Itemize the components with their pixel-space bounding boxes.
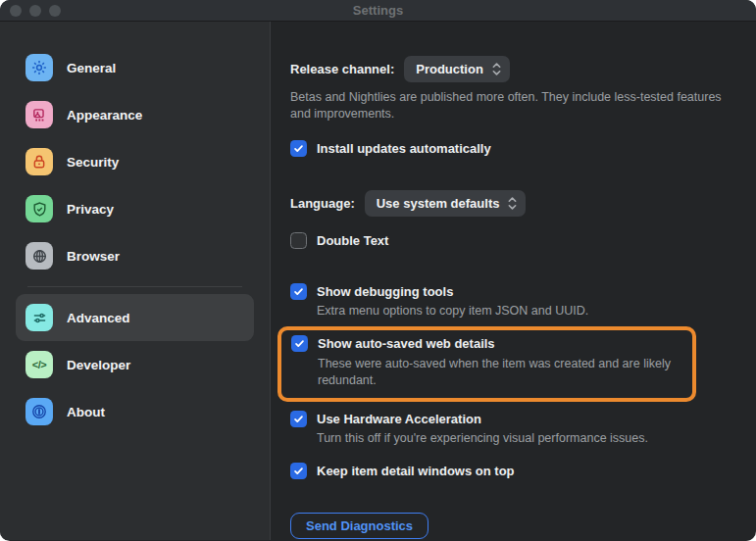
sidebar-item-appearance[interactable]: Appearance xyxy=(16,91,254,138)
keep-on-top-label: Keep item detail windows on top xyxy=(317,464,515,478)
double-text-row: Double Text xyxy=(290,232,756,249)
sidebar-item-label: Developer xyxy=(67,358,130,372)
sidebar-item-label: Browser xyxy=(67,249,120,264)
check-icon xyxy=(293,466,304,476)
keep-on-top-row: Keep item detail windows on top xyxy=(290,463,756,479)
language-select[interactable]: Use system defaults xyxy=(365,190,527,217)
sidebar-item-label: About xyxy=(67,405,105,419)
hardware-acceleration-group: Use Hardware Acceleration Turn this off … xyxy=(290,411,756,447)
sidebar-item-developer[interactable]: </> Developer xyxy=(16,341,254,388)
minimize-button[interactable] xyxy=(29,5,41,17)
shield-check-icon xyxy=(25,195,53,222)
release-channel-row: Release channel: Production xyxy=(290,56,756,82)
debugging-tools-group: Show debugging tools Extra menu options … xyxy=(290,283,756,320)
sidebar-item-label: Security xyxy=(67,155,119,170)
auto-saved-label: Show auto-saved web details xyxy=(318,336,495,351)
hardware-acceleration-caption: Turn this off if you're experiencing vis… xyxy=(317,430,756,447)
language-row: Language: Use system defaults xyxy=(290,190,756,217)
zoom-button[interactable] xyxy=(49,5,61,17)
sliders-icon xyxy=(25,304,53,331)
double-text-checkbox[interactable] xyxy=(290,232,307,249)
language-label: Language: xyxy=(290,196,355,211)
debugging-tools-row: Show debugging tools xyxy=(290,283,756,300)
send-diagnostics-button[interactable]: Send Diagnostics xyxy=(290,513,428,539)
sidebar-item-advanced[interactable]: Advanced xyxy=(16,294,254,341)
install-updates-checkbox[interactable] xyxy=(290,140,307,157)
release-channel-value: Production xyxy=(416,62,483,76)
sidebar: General Appearance xyxy=(0,22,271,540)
auto-saved-caption: These were auto-saved when the item was … xyxy=(318,356,682,389)
sidebar-item-browser[interactable]: Browser xyxy=(16,232,254,279)
keep-on-top-checkbox[interactable] xyxy=(290,463,307,479)
about-logo-icon xyxy=(25,398,53,425)
check-icon xyxy=(294,338,305,349)
chevron-up-down-icon xyxy=(492,62,501,76)
check-icon xyxy=(293,143,304,154)
auto-saved-checkbox[interactable] xyxy=(291,335,308,352)
close-button[interactable] xyxy=(10,5,22,17)
install-updates-row: Install updates automatically xyxy=(290,140,756,157)
release-channel-caption: Betas and Nightlies are published more o… xyxy=(290,89,733,123)
settings-window: Settings General xyxy=(0,0,756,541)
sidebar-item-label: Appearance xyxy=(67,108,142,123)
globe-icon xyxy=(25,242,53,270)
check-icon xyxy=(293,414,304,424)
hardware-acceleration-label: Use Hardware Acceleration xyxy=(317,412,481,426)
code-icon: </> xyxy=(25,351,53,378)
window-body: General Appearance xyxy=(0,22,756,540)
lock-icon xyxy=(25,148,53,175)
sidebar-item-label: Advanced xyxy=(67,311,130,325)
sidebar-item-security[interactable]: Security xyxy=(16,138,254,185)
titlebar: Settings xyxy=(0,0,756,22)
sidebar-item-general[interactable]: General xyxy=(16,44,254,91)
traffic-lights xyxy=(10,5,61,17)
chevron-up-down-icon xyxy=(508,196,517,211)
hardware-acceleration-checkbox[interactable] xyxy=(290,411,307,427)
debugging-tools-caption: Extra menu options to copy item JSON and… xyxy=(317,303,756,320)
auto-saved-row: Show auto-saved web details xyxy=(291,335,682,352)
sidebar-item-label: General xyxy=(67,61,116,75)
window-title: Settings xyxy=(0,3,756,18)
release-channel-select[interactable]: Production xyxy=(404,56,510,82)
sidebar-divider xyxy=(27,286,242,287)
release-channel-label: Release channel: xyxy=(290,62,394,76)
sidebar-item-label: Privacy xyxy=(67,202,114,217)
check-icon xyxy=(293,286,304,297)
hardware-acceleration-row: Use Hardware Acceleration xyxy=(290,411,756,427)
debugging-tools-checkbox[interactable] xyxy=(290,283,307,300)
debugging-tools-label: Show debugging tools xyxy=(317,284,453,299)
language-value: Use system defaults xyxy=(377,196,500,211)
double-text-label: Double Text xyxy=(317,233,388,248)
install-updates-label: Install updates automatically xyxy=(317,141,491,156)
gear-icon xyxy=(25,54,53,81)
advanced-settings-panel: Release channel: Production Betas and Ni… xyxy=(271,22,756,540)
sidebar-item-privacy[interactable]: Privacy xyxy=(16,185,254,232)
appearance-icon xyxy=(25,101,53,128)
auto-saved-highlight-box: Show auto-saved web details These were a… xyxy=(277,326,696,402)
sidebar-item-about[interactable]: About xyxy=(16,388,254,435)
